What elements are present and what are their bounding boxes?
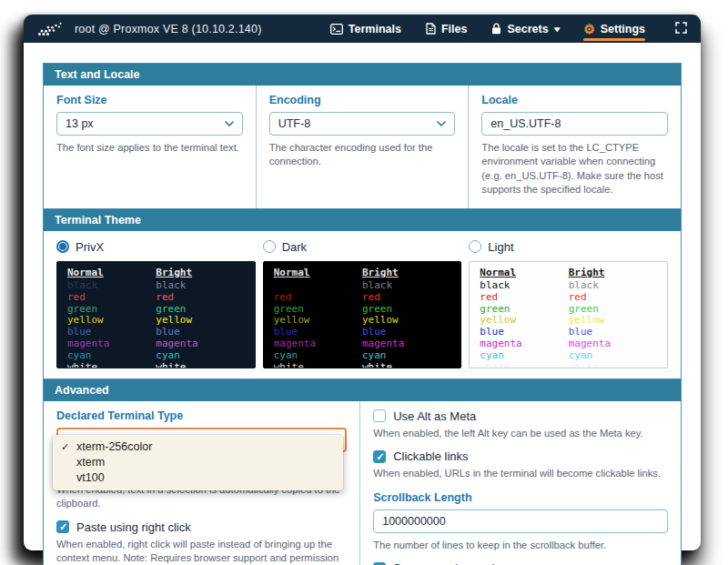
theme-preview: Normalblackredgreenyellowbluemagentacyan… [263, 261, 462, 368]
checkbox-icon[interactable] [373, 450, 386, 463]
dropdown-option[interactable]: xterm-256color [53, 439, 343, 455]
nav-terminals[interactable]: Terminals [330, 19, 401, 39]
titlebar: root @ Proxmox VE 8 (10.10.2.140) Termin… [24, 15, 701, 43]
scrollback-help: The number of lines to keep in the scrol… [373, 539, 668, 552]
alt-as-meta-checkbox-row[interactable]: Use Alt as Meta [373, 409, 668, 423]
preview-column-header: Normal [274, 267, 362, 279]
lock-icon [491, 23, 501, 35]
dropdown-option[interactable]: vt100 [53, 470, 343, 486]
nav-settings[interactable]: ⚙ Settings [583, 19, 645, 39]
paste-right-click-help: When enabled, right click will paste ins… [56, 538, 347, 565]
terminal-type-dropdown: xterm-256colorxtermvt100 [53, 435, 343, 490]
connection-title: root @ Proxmox VE 8 (10.10.2.140) [75, 23, 262, 35]
clickable-links-help: When enabled, URLs in the terminal will … [373, 467, 668, 480]
encoding-select[interactable]: UTF-8 [269, 112, 456, 136]
font-size-label: Font Size [56, 94, 243, 106]
color-sample: black [480, 280, 568, 292]
theme-option-privx: PrivXNormalblackredgreenyellowbluemagent… [56, 238, 256, 368]
color-sample: white [480, 362, 568, 368]
color-sample: black [67, 280, 156, 292]
color-sample: red [67, 292, 156, 304]
app-window: root @ Proxmox VE 8 (10.10.2.140) Termin… [24, 15, 701, 550]
gear-icon: ⚙ [583, 23, 595, 35]
color-sample: red [362, 292, 450, 304]
scrollback-input[interactable]: 1000000000 [373, 510, 668, 533]
radio-icon[interactable] [263, 240, 276, 253]
terminal-type-label: Declared Terminal Type [56, 409, 347, 422]
color-sample: red [569, 292, 657, 304]
theme-preview: Normalblackredgreenyellowbluemagentacyan… [56, 261, 256, 368]
nav-secrets[interactable]: Secrets ▾ [491, 19, 559, 39]
theme-radio-row[interactable]: Light [469, 238, 668, 256]
theme-radio-row[interactable]: PrivX [56, 238, 256, 256]
settings-content: Text and Locale Font Size 13 px The font… [24, 43, 701, 565]
locale-input[interactable]: en_US.UTF-8 [481, 112, 668, 136]
checkbox-icon[interactable] [373, 409, 386, 422]
radio-icon[interactable] [469, 240, 481, 253]
theme-name: Light [488, 240, 513, 254]
theme-preview: Normalblackredgreenyellowbluemagentacyan… [469, 261, 668, 368]
color-sample: white [67, 362, 156, 368]
fullscreen-icon [675, 21, 687, 37]
color-sample: black [274, 280, 362, 292]
encoding-help: The character encoding used for the conn… [269, 141, 456, 169]
screen-reader-checkbox-row[interactable]: Screen reader mode [373, 561, 668, 565]
color-sample: white [156, 362, 244, 368]
locale-label: Locale [481, 94, 668, 106]
color-sample: black [569, 280, 657, 292]
preview-column-header: Normal [67, 267, 156, 279]
privx-logo [37, 22, 63, 36]
nav-files[interactable]: Files [426, 19, 468, 39]
preview-column-header: Bright [362, 267, 450, 279]
font-size-select[interactable]: 13 px [56, 112, 243, 136]
top-nav: Terminals Files Secrets ▾ ⚙ Settings [330, 19, 687, 39]
theme-radio-row[interactable]: Dark [263, 238, 462, 256]
terminal-icon [330, 24, 343, 35]
dropdown-option[interactable]: xterm [53, 455, 343, 470]
section-terminal-theme: Terminal Theme PrivXNormalblackredgreeny… [43, 208, 682, 379]
chevron-down-icon [225, 121, 234, 126]
section-title: Advanced [44, 379, 681, 401]
color-sample: white [362, 362, 450, 368]
scrollback-label: Scrollback Length [373, 491, 668, 504]
color-sample: red [156, 292, 244, 304]
theme-option-light: LightNormalblackredgreenyellowbluemagent… [469, 238, 668, 368]
color-sample: black [156, 280, 244, 292]
theme-name: PrivX [76, 240, 104, 254]
nav-settings-label: Settings [601, 23, 645, 35]
color-sample: red [274, 292, 362, 304]
theme-name: Dark [282, 240, 307, 254]
preview-column-header: Normal [480, 267, 568, 279]
section-title: Terminal Theme [44, 209, 681, 231]
preview-column-header: Bright [156, 267, 244, 279]
section-advanced: Advanced Declared Terminal Type xterm-25… [43, 378, 682, 565]
section-text-and-locale: Text and Locale Font Size 13 px The font… [43, 63, 682, 209]
encoding-label: Encoding [269, 94, 456, 106]
color-sample: red [480, 292, 568, 304]
checkbox-icon[interactable] [56, 520, 69, 533]
color-sample: white [274, 362, 362, 368]
clickable-links-checkbox-row[interactable]: Clickable links [373, 449, 668, 463]
chevron-down-icon: ▾ [554, 25, 560, 34]
font-size-help: The font size applies to the terminal te… [56, 141, 243, 155]
color-sample: white [569, 362, 657, 368]
paste-right-click-checkbox-row[interactable]: Paste using right click [56, 520, 347, 534]
radio-icon[interactable] [56, 240, 69, 253]
theme-option-dark: DarkNormalblackredgreenyellowbluemagenta… [263, 238, 462, 368]
locale-help: The locale is set to the LC_CTYPE enviro… [481, 141, 668, 197]
nav-terminals-label: Terminals [349, 23, 401, 35]
file-icon [426, 23, 436, 35]
preview-column-header: Bright [569, 267, 657, 279]
fullscreen-button[interactable] [675, 21, 687, 37]
chevron-down-icon [437, 121, 446, 126]
alt-as-meta-help: When enabled, the left Alt key can be us… [373, 427, 668, 440]
section-title: Text and Locale [44, 64, 681, 86]
nav-secrets-label: Secrets [507, 23, 548, 35]
color-sample: black [362, 280, 450, 292]
nav-files-label: Files [441, 23, 468, 35]
